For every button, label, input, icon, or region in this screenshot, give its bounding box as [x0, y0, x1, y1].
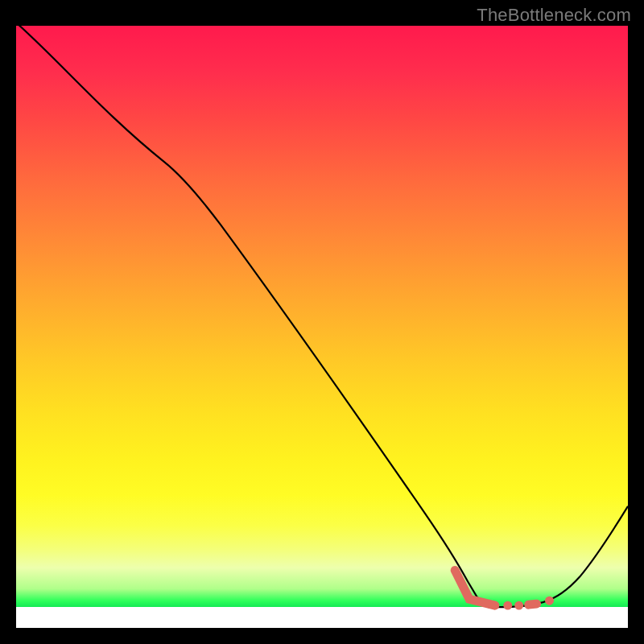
optimum-region-dot-1: [503, 601, 512, 610]
optimum-region-segment-2: [529, 604, 537, 605]
chart-svg: [16, 26, 628, 628]
chart-frame: [14, 24, 630, 630]
optimum-region-dot-3: [545, 597, 554, 605]
optimum-region-segment-1: [455, 570, 495, 605]
plot-area: [16, 26, 628, 628]
bottleneck-curve-line: [16, 26, 628, 607]
optimum-region-dot-2: [514, 601, 523, 610]
watermark-text: TheBottleneck.com: [477, 5, 631, 26]
